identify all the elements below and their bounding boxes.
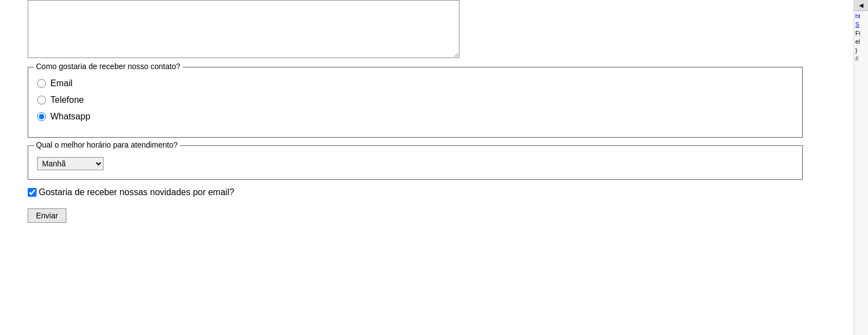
message-textarea[interactable]: [28, 0, 459, 58]
code-line-4: el: [855, 38, 867, 46]
sidebar-scroll-up[interactable]: ◀: [854, 0, 868, 11]
newsletter-label: Gostaria de receber nossas novidades por…: [39, 187, 234, 197]
radio-group: Email Telefone Whatsapp: [37, 78, 793, 122]
radio-telefone-item: Telefone: [37, 95, 793, 105]
main-content: Como gostaria de receber nosso contato? …: [0, 0, 808, 223]
code-line-6: fi: [855, 55, 867, 63]
select-container: Manhã Tarde Noite: [37, 157, 793, 170]
radio-whatsapp-item: Whatsapp: [37, 112, 793, 122]
code-line-5: }: [855, 46, 867, 55]
contact-method-group: Como gostaria de receber nosso contato? …: [28, 67, 803, 138]
radio-telefone-label: Telefone: [50, 95, 84, 105]
newsletter-checkbox[interactable]: [28, 188, 37, 197]
schedule-group: Qual o melhor horário para atendimento? …: [28, 145, 803, 180]
schedule-legend: Qual o melhor horário para atendimento?: [34, 140, 180, 149]
radio-whatsapp-label: Whatsapp: [50, 112, 90, 122]
contact-method-legend: Como gostaria de receber nosso contato?: [34, 62, 183, 71]
textarea-container: [28, 0, 781, 58]
sidebar-code-panel: ht S Fi el } fi: [854, 11, 868, 335]
code-line-1: ht: [855, 12, 867, 20]
radio-telefone[interactable]: [37, 96, 46, 104]
submit-button[interactable]: Enviar: [28, 208, 66, 223]
radio-email-label: Email: [50, 78, 73, 88]
radio-whatsapp[interactable]: [37, 112, 46, 121]
right-sidebar: ◀ ht S Fi el } fi: [854, 0, 868, 335]
time-select[interactable]: Manhã Tarde Noite: [37, 157, 104, 170]
radio-email-item: Email: [37, 78, 793, 88]
code-line-2: S: [855, 20, 867, 29]
code-line-3: Fi: [855, 29, 867, 38]
newsletter-row: Gostaria de receber nossas novidades por…: [28, 187, 781, 197]
radio-email[interactable]: [37, 79, 46, 88]
